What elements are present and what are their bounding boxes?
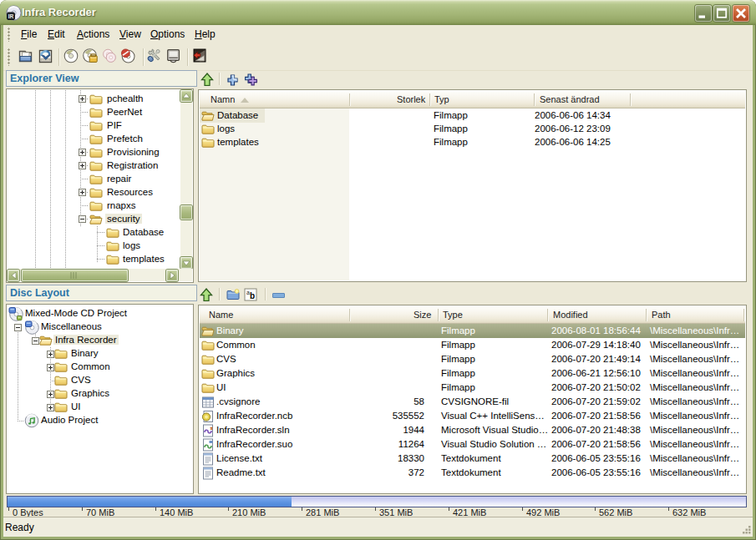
svg-text:IR: IR (8, 13, 14, 19)
